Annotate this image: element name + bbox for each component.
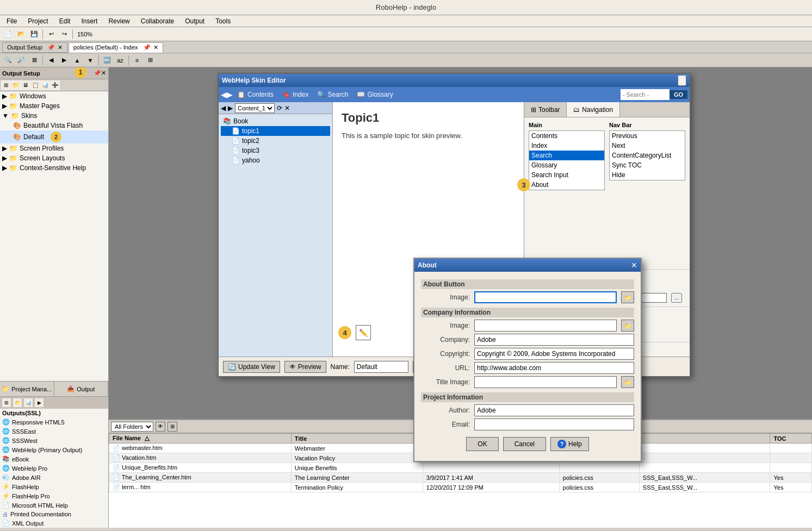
url-input[interactable] xyxy=(474,362,634,374)
wh-tab-glossary[interactable]: 📖 Glossary xyxy=(352,90,397,99)
ok-button[interactable]: OK xyxy=(466,437,498,451)
folder-selector[interactable]: All Folders xyxy=(111,422,153,432)
output-ssseast[interactable]: 🌐 SSSEast xyxy=(0,427,108,436)
ct-btn-3[interactable]: ⊠ xyxy=(28,55,40,66)
output-printed-docs[interactable]: 🖨 Printed Documentation xyxy=(0,510,108,518)
output-flashhelp-pro[interactable]: ⚡ FlashHelp Pro xyxy=(0,491,108,501)
cancel-button[interactable]: Cancel xyxy=(503,437,546,451)
wh-tab-contents[interactable]: 📋 Contents xyxy=(233,90,278,99)
ct-btn-az[interactable]: az xyxy=(114,55,126,66)
table-row[interactable]: 📄 The_Learning_Center.htm The Learning C… xyxy=(109,473,812,483)
navbar-hide[interactable]: Hide xyxy=(610,170,685,180)
close-tab-output[interactable]: ✕ xyxy=(58,44,63,51)
navbar-next[interactable]: Next xyxy=(610,141,685,151)
ct-btn-up[interactable]: ▲ xyxy=(71,55,83,66)
nav-contents[interactable]: Contents xyxy=(529,131,604,141)
new-btn[interactable]: 📄 xyxy=(2,29,14,40)
tree-skin-default[interactable]: 🎨 Default 2 xyxy=(0,130,108,143)
nav-right-btn[interactable]: ▶ xyxy=(227,90,233,99)
tree-btn-2[interactable]: 📁 xyxy=(11,80,21,90)
output-ebook[interactable]: 📚 eBook xyxy=(0,454,108,464)
nav-glossary[interactable]: Glossary xyxy=(529,160,604,170)
ct-btn-list[interactable]: ≡ xyxy=(131,55,143,66)
tree-topic1[interactable]: 📄 topic1 xyxy=(221,126,330,136)
menu-output[interactable]: Output xyxy=(181,16,209,26)
navbar-contentcategory[interactable]: ContentCategoryList xyxy=(610,151,685,160)
nav-search[interactable]: Search xyxy=(529,151,604,160)
toolbar-tab[interactable]: ⊞ Toolbar xyxy=(524,102,567,117)
nav-index[interactable]: Index xyxy=(529,141,604,151)
update-view-btn[interactable]: 🔄 Update View xyxy=(223,361,280,373)
content-selector[interactable]: Content_1 xyxy=(235,103,275,113)
company-input[interactable] xyxy=(474,334,634,346)
wh-close-btn[interactable]: ✕ xyxy=(678,75,686,86)
output-webhelp-primary[interactable]: 🌐 WebHelp (Primary Output) xyxy=(0,445,108,454)
nav-left-btn[interactable]: ◀ xyxy=(221,90,227,99)
navbar-synctoc[interactable]: Sync TOC xyxy=(610,160,685,170)
help-button[interactable]: ? Help xyxy=(550,437,589,451)
copyright-input[interactable] xyxy=(474,348,634,360)
tab-policies-index[interactable]: policies (Default) - Index 📌 ✕ xyxy=(69,42,163,53)
file-toolbar-btn-2[interactable]: ⊞ xyxy=(168,422,177,432)
title-image-browse[interactable]: 📁 xyxy=(621,376,634,388)
wh-tab-search[interactable]: 🔍 Search xyxy=(313,90,352,99)
undo-btn[interactable]: ↩ xyxy=(45,29,57,40)
wh-tab-index[interactable]: 🔖 Index xyxy=(278,90,313,99)
ct-btn-fwd[interactable]: ▶ xyxy=(58,55,70,66)
menu-collaborate[interactable]: Collaborate xyxy=(137,16,178,26)
menu-review[interactable]: Review xyxy=(104,16,134,26)
menu-insert[interactable]: Insert xyxy=(77,16,102,26)
tree-btn-1[interactable]: ⊞ xyxy=(1,80,11,90)
outputs-btn-4[interactable]: ▶ xyxy=(35,398,44,407)
tree-context-sensitive[interactable]: ▶ 📁 Context-Sensitive Help xyxy=(0,163,108,173)
ct-btn-back[interactable]: ◀ xyxy=(45,55,57,66)
about-image-browse[interactable]: 📁 xyxy=(621,291,634,303)
tree-yahoo[interactable]: 📄 yahoo xyxy=(221,155,330,165)
file-toolbar-btn-1[interactable]: 👁 xyxy=(156,422,165,432)
navbar-previous[interactable]: Previous xyxy=(610,131,685,141)
tree-master-pages[interactable]: ▶ 📁 Master Pages xyxy=(0,101,108,111)
about-image-input[interactable] xyxy=(474,291,617,303)
pin-output-setup[interactable]: 📌 xyxy=(94,70,101,77)
redo-btn[interactable]: ↪ xyxy=(58,29,70,40)
output-webhelp-pro[interactable]: 🌐 WebHelp Pro xyxy=(0,464,108,473)
tree-close-btn[interactable]: ✕ xyxy=(284,104,290,112)
tree-prev-btn[interactable]: ◀ xyxy=(221,104,226,112)
tree-btn-6[interactable]: ➕ xyxy=(50,80,60,90)
company-image-browse[interactable]: 📁 xyxy=(621,320,634,332)
output-adobe-air[interactable]: 💨 Adobe AIR xyxy=(0,473,108,482)
email-input[interactable] xyxy=(474,418,634,430)
output-responsive-html5[interactable]: 🌐 Responsive HTML5 xyxy=(0,417,108,427)
tree-skin-flash[interactable]: 🎨 Beautiful Vista Flash xyxy=(0,121,108,130)
about-close-btn[interactable]: ✕ xyxy=(631,261,637,270)
menu-tools[interactable]: Tools xyxy=(211,16,235,26)
company-image-input[interactable] xyxy=(474,320,617,332)
wh-go-button[interactable]: GO xyxy=(670,90,687,99)
table-row[interactable]: 📄 term... htm Termination Policy 12/20/2… xyxy=(109,483,812,492)
pin-icon-policies[interactable]: 📌 xyxy=(143,44,151,51)
preview-btn[interactable]: 👁 Preview xyxy=(284,361,326,373)
close-tab-policies[interactable]: ✕ xyxy=(153,44,158,51)
bg-image-browse[interactable]: ... xyxy=(671,293,682,303)
output-xml[interactable]: 📄 XML Output xyxy=(0,518,108,528)
output-flashhelp[interactable]: ⚡ FlashHelp xyxy=(0,482,108,491)
tree-next-btn[interactable]: ▶ xyxy=(228,104,233,112)
save-btn[interactable]: 💾 xyxy=(28,29,40,40)
ct-btn-sort[interactable]: 🔤 xyxy=(101,55,113,66)
nav-about[interactable]: About xyxy=(529,180,604,190)
tree-topic3[interactable]: 📄 topic3 xyxy=(221,146,330,155)
ct-btn-down[interactable]: ▼ xyxy=(84,55,96,66)
close-output-setup[interactable]: ✕ xyxy=(101,70,106,77)
tree-btn-3[interactable]: 🖥 xyxy=(21,80,30,90)
brush-button[interactable]: ✏️ xyxy=(356,325,371,340)
name-input[interactable] xyxy=(354,361,408,373)
project-manager-tab[interactable]: 📁 Project Mana... xyxy=(0,382,54,396)
ct-btn-1[interactable]: 🔍 xyxy=(2,55,14,66)
tree-skins[interactable]: ▼ 📁 Skins xyxy=(0,111,108,121)
wh-search-field[interactable] xyxy=(621,89,670,100)
outputs-btn-2[interactable]: 📁 xyxy=(13,398,22,407)
output-ssswest[interactable]: 🌐 SSSWest xyxy=(0,436,108,445)
open-btn[interactable]: 📂 xyxy=(15,29,27,40)
menu-project[interactable]: Project xyxy=(23,16,52,26)
tree-book[interactable]: 📚 Book xyxy=(221,116,330,126)
